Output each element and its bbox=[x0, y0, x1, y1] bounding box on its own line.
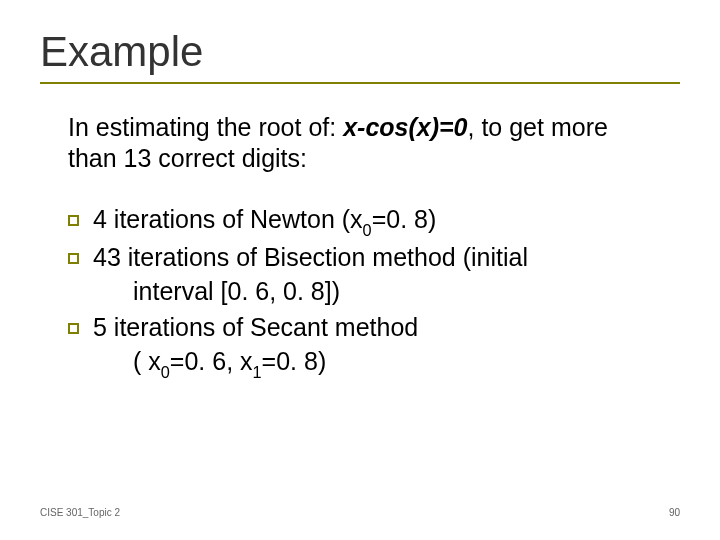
intro-prefix: In estimating the root of: bbox=[68, 113, 343, 141]
bullet3-line1: 5 iterations of Secant method bbox=[93, 313, 418, 341]
footer-course-label: CISE 301_Topic 2 bbox=[40, 507, 120, 518]
presentation-slide: Example In estimating the root of: x-cos… bbox=[0, 0, 720, 540]
square-bullet-icon bbox=[68, 215, 79, 226]
bullet3-line2: ( x0=0. 6, x1=0. 8) bbox=[93, 345, 668, 382]
bullet3-part-a: ( x bbox=[133, 347, 161, 375]
intro-paragraph: In estimating the root of: x-cos(x)=0, t… bbox=[68, 112, 658, 175]
square-bullet-icon bbox=[68, 253, 79, 264]
square-bullet-icon bbox=[68, 323, 79, 334]
slide-title: Example bbox=[40, 28, 680, 76]
slide-number: 90 bbox=[669, 507, 680, 518]
intro-equation: x-cos(x)=0 bbox=[343, 113, 467, 141]
bullet3-sub1: 1 bbox=[253, 363, 262, 381]
bullet1-part-b: =0. 8) bbox=[372, 205, 437, 233]
list-item: 5 iterations of Secant method ( x0=0. 6,… bbox=[68, 311, 668, 382]
bullet1-part-a: 4 iterations of Newton (x bbox=[93, 205, 363, 233]
title-underline bbox=[40, 82, 680, 84]
bullet-list: 4 iterations of Newton (x0=0. 8) 43 iter… bbox=[68, 203, 668, 382]
bullet3-sub0: 0 bbox=[161, 363, 170, 381]
list-item: 4 iterations of Newton (x0=0. 8) bbox=[68, 203, 668, 240]
bullet-text-1: 4 iterations of Newton (x0=0. 8) bbox=[93, 203, 668, 240]
list-item: 43 iterations of Bisection method (initi… bbox=[68, 241, 668, 309]
bullet-text-3: 5 iterations of Secant method ( x0=0. 6,… bbox=[93, 311, 668, 382]
bullet-text-2: 43 iterations of Bisection method (initi… bbox=[93, 241, 668, 309]
bullet3-part-b: =0. 6, x bbox=[170, 347, 253, 375]
bullet1-subscript: 0 bbox=[363, 221, 372, 239]
bullet2-line2: interval [0. 6, 0. 8]) bbox=[93, 275, 668, 309]
bullet3-part-c: =0. 8) bbox=[262, 347, 327, 375]
bullet2-line1: 43 iterations of Bisection method (initi… bbox=[93, 243, 528, 271]
